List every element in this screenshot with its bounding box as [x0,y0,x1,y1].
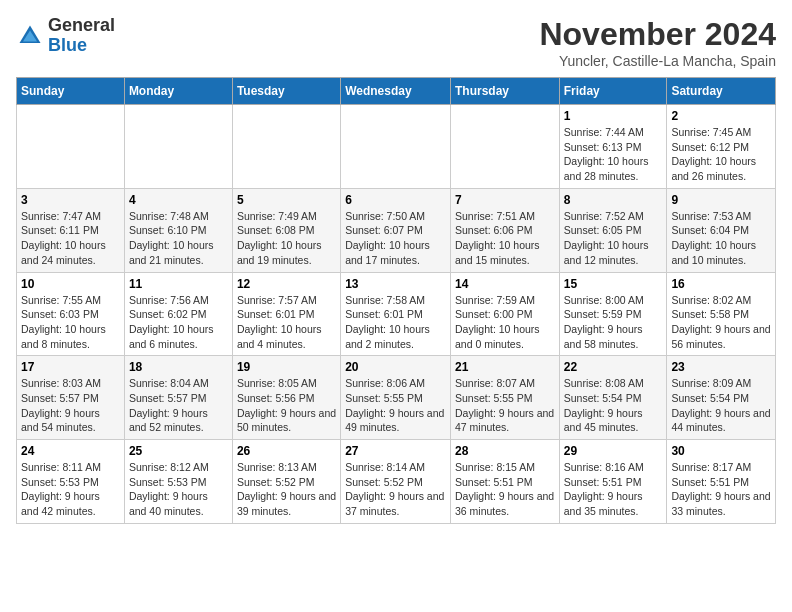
calendar-week-3: 10Sunrise: 7:55 AM Sunset: 6:03 PM Dayli… [17,272,776,356]
calendar: Sunday Monday Tuesday Wednesday Thursday… [16,77,776,524]
day-info: Sunrise: 8:11 AM Sunset: 5:53 PM Dayligh… [21,460,120,519]
day-number: 25 [129,444,228,458]
table-row: 12Sunrise: 7:57 AM Sunset: 6:01 PM Dayli… [232,272,340,356]
table-row: 30Sunrise: 8:17 AM Sunset: 5:51 PM Dayli… [667,440,776,524]
calendar-header-row: Sunday Monday Tuesday Wednesday Thursday… [17,78,776,105]
day-info: Sunrise: 8:07 AM Sunset: 5:55 PM Dayligh… [455,376,555,435]
day-info: Sunrise: 7:56 AM Sunset: 6:02 PM Dayligh… [129,293,228,352]
day-number: 28 [455,444,555,458]
day-info: Sunrise: 8:03 AM Sunset: 5:57 PM Dayligh… [21,376,120,435]
day-number: 2 [671,109,771,123]
table-row: 10Sunrise: 7:55 AM Sunset: 6:03 PM Dayli… [17,272,125,356]
table-row: 13Sunrise: 7:58 AM Sunset: 6:01 PM Dayli… [341,272,451,356]
table-row [450,105,559,189]
day-number: 7 [455,193,555,207]
day-number: 20 [345,360,446,374]
col-sunday: Sunday [17,78,125,105]
day-number: 22 [564,360,663,374]
table-row: 20Sunrise: 8:06 AM Sunset: 5:55 PM Dayli… [341,356,451,440]
table-row: 25Sunrise: 8:12 AM Sunset: 5:53 PM Dayli… [124,440,232,524]
month-title: November 2024 [539,16,776,53]
day-info: Sunrise: 8:05 AM Sunset: 5:56 PM Dayligh… [237,376,336,435]
day-info: Sunrise: 8:08 AM Sunset: 5:54 PM Dayligh… [564,376,663,435]
day-number: 8 [564,193,663,207]
col-thursday: Thursday [450,78,559,105]
day-info: Sunrise: 7:58 AM Sunset: 6:01 PM Dayligh… [345,293,446,352]
table-row: 2Sunrise: 7:45 AM Sunset: 6:12 PM Daylig… [667,105,776,189]
day-number: 26 [237,444,336,458]
day-info: Sunrise: 7:48 AM Sunset: 6:10 PM Dayligh… [129,209,228,268]
day-number: 3 [21,193,120,207]
day-number: 15 [564,277,663,291]
day-number: 12 [237,277,336,291]
logo-icon [16,22,44,50]
day-info: Sunrise: 8:13 AM Sunset: 5:52 PM Dayligh… [237,460,336,519]
day-number: 18 [129,360,228,374]
day-info: Sunrise: 8:09 AM Sunset: 5:54 PM Dayligh… [671,376,771,435]
day-info: Sunrise: 7:51 AM Sunset: 6:06 PM Dayligh… [455,209,555,268]
table-row: 6Sunrise: 7:50 AM Sunset: 6:07 PM Daylig… [341,188,451,272]
day-info: Sunrise: 8:04 AM Sunset: 5:57 PM Dayligh… [129,376,228,435]
table-row: 22Sunrise: 8:08 AM Sunset: 5:54 PM Dayli… [559,356,667,440]
table-row [232,105,340,189]
table-row: 11Sunrise: 7:56 AM Sunset: 6:02 PM Dayli… [124,272,232,356]
day-info: Sunrise: 8:02 AM Sunset: 5:58 PM Dayligh… [671,293,771,352]
table-row [17,105,125,189]
day-info: Sunrise: 8:14 AM Sunset: 5:52 PM Dayligh… [345,460,446,519]
table-row: 16Sunrise: 8:02 AM Sunset: 5:58 PM Dayli… [667,272,776,356]
day-info: Sunrise: 7:45 AM Sunset: 6:12 PM Dayligh… [671,125,771,184]
table-row: 19Sunrise: 8:05 AM Sunset: 5:56 PM Dayli… [232,356,340,440]
table-row: 23Sunrise: 8:09 AM Sunset: 5:54 PM Dayli… [667,356,776,440]
day-info: Sunrise: 7:53 AM Sunset: 6:04 PM Dayligh… [671,209,771,268]
day-info: Sunrise: 7:47 AM Sunset: 6:11 PM Dayligh… [21,209,120,268]
calendar-week-2: 3Sunrise: 7:47 AM Sunset: 6:11 PM Daylig… [17,188,776,272]
col-monday: Monday [124,78,232,105]
day-number: 30 [671,444,771,458]
table-row [341,105,451,189]
day-info: Sunrise: 8:00 AM Sunset: 5:59 PM Dayligh… [564,293,663,352]
table-row: 17Sunrise: 8:03 AM Sunset: 5:57 PM Dayli… [17,356,125,440]
day-number: 27 [345,444,446,458]
table-row: 26Sunrise: 8:13 AM Sunset: 5:52 PM Dayli… [232,440,340,524]
day-number: 11 [129,277,228,291]
day-number: 16 [671,277,771,291]
day-info: Sunrise: 8:15 AM Sunset: 5:51 PM Dayligh… [455,460,555,519]
day-number: 23 [671,360,771,374]
col-friday: Friday [559,78,667,105]
col-saturday: Saturday [667,78,776,105]
day-number: 14 [455,277,555,291]
logo-text: General Blue [48,16,115,56]
day-info: Sunrise: 7:50 AM Sunset: 6:07 PM Dayligh… [345,209,446,268]
day-info: Sunrise: 7:59 AM Sunset: 6:00 PM Dayligh… [455,293,555,352]
table-row: 7Sunrise: 7:51 AM Sunset: 6:06 PM Daylig… [450,188,559,272]
table-row: 24Sunrise: 8:11 AM Sunset: 5:53 PM Dayli… [17,440,125,524]
calendar-week-1: 1Sunrise: 7:44 AM Sunset: 6:13 PM Daylig… [17,105,776,189]
location: Yuncler, Castille-La Mancha, Spain [539,53,776,69]
table-row: 5Sunrise: 7:49 AM Sunset: 6:08 PM Daylig… [232,188,340,272]
day-number: 24 [21,444,120,458]
table-row: 14Sunrise: 7:59 AM Sunset: 6:00 PM Dayli… [450,272,559,356]
day-info: Sunrise: 8:16 AM Sunset: 5:51 PM Dayligh… [564,460,663,519]
table-row [124,105,232,189]
day-number: 29 [564,444,663,458]
day-info: Sunrise: 7:52 AM Sunset: 6:05 PM Dayligh… [564,209,663,268]
day-info: Sunrise: 8:17 AM Sunset: 5:51 PM Dayligh… [671,460,771,519]
table-row: 1Sunrise: 7:44 AM Sunset: 6:13 PM Daylig… [559,105,667,189]
day-info: Sunrise: 7:55 AM Sunset: 6:03 PM Dayligh… [21,293,120,352]
table-row: 29Sunrise: 8:16 AM Sunset: 5:51 PM Dayli… [559,440,667,524]
table-row: 27Sunrise: 8:14 AM Sunset: 5:52 PM Dayli… [341,440,451,524]
table-row: 8Sunrise: 7:52 AM Sunset: 6:05 PM Daylig… [559,188,667,272]
col-wednesday: Wednesday [341,78,451,105]
day-info: Sunrise: 7:44 AM Sunset: 6:13 PM Dayligh… [564,125,663,184]
table-row: 18Sunrise: 8:04 AM Sunset: 5:57 PM Dayli… [124,356,232,440]
day-number: 17 [21,360,120,374]
table-row: 3Sunrise: 7:47 AM Sunset: 6:11 PM Daylig… [17,188,125,272]
day-number: 4 [129,193,228,207]
day-info: Sunrise: 7:57 AM Sunset: 6:01 PM Dayligh… [237,293,336,352]
table-row: 9Sunrise: 7:53 AM Sunset: 6:04 PM Daylig… [667,188,776,272]
calendar-week-4: 17Sunrise: 8:03 AM Sunset: 5:57 PM Dayli… [17,356,776,440]
day-number: 13 [345,277,446,291]
day-number: 21 [455,360,555,374]
col-tuesday: Tuesday [232,78,340,105]
day-number: 5 [237,193,336,207]
